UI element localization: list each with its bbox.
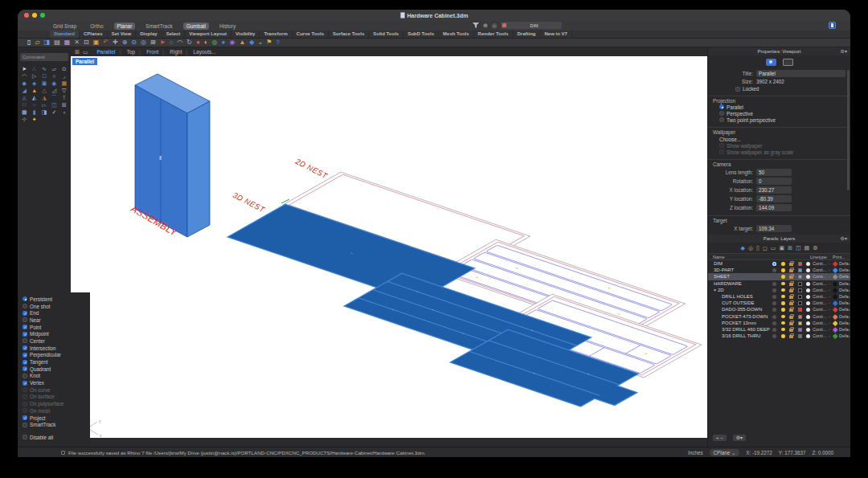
panel-tab-icon[interactable]: ◫ [796,245,801,251]
notification-icon[interactable] [61,451,65,455]
osnap-option[interactable]: Persistent [23,296,90,303]
panel-tab-icon[interactable]: ◆ [741,245,745,251]
osnap-checkbox[interactable] [23,304,27,308]
osnap-option[interactable]: Vertex [23,379,90,386]
osnap-checkbox[interactable] [23,381,27,386]
layer-material-icon[interactable] [806,301,810,305]
layer-material-icon[interactable] [806,328,810,332]
tool-palette-icon[interactable]: ⌒ [51,95,57,100]
current-layer-radio[interactable] [772,282,776,286]
layer-visibility-icon[interactable] [781,328,785,332]
layer-linetype[interactable]: Conti... [813,307,826,312]
tool-palette-icon[interactable]: ▣ [42,80,47,86]
osnap-checkbox[interactable] [23,353,27,357]
checkbox-icon[interactable] [719,143,724,148]
checkbox-icon[interactable] [719,149,724,154]
linetype-stepper-icon[interactable]: ⌄ [828,321,831,325]
radio-icon[interactable] [719,117,724,122]
layer-visibility-icon[interactable] [781,262,785,266]
toolbar-icon[interactable]: ▲ [239,39,245,46]
printwidth-stepper-icon[interactable]: ⌄ [848,314,850,318]
mode-toggle[interactable]: Ortho [87,22,106,30]
viewport-tab[interactable]: Front [141,49,164,55]
toolbar-icon[interactable]: ⊙ [131,39,137,46]
osnap-checkbox[interactable] [23,366,27,371]
layer-row[interactable]: DRILL HOLES Conti... ⌄ Defa... ⌄ [708,293,850,300]
tool-palette-icon[interactable]: ◮ [42,95,46,100]
tool-palette-icon[interactable]: ∷ [23,102,26,108]
tool-palette-icon[interactable]: ⊹ [22,116,27,122]
layer-row[interactable]: 3D-PART Conti... ⌄ Defa... ⌄ [708,267,850,273]
layer-lock-icon[interactable] [789,289,793,292]
viewport-properties-icon[interactable] [766,59,776,66]
tool-palette-icon[interactable]: ▽ [62,88,66,93]
layer-material-icon[interactable] [806,315,810,319]
tool-palette-icon[interactable]: ◭ [32,95,36,100]
layer-material-icon[interactable] [806,295,810,299]
current-layer-radio[interactable] [772,334,776,338]
linetype-stepper-icon[interactable]: ⌄ [828,294,831,298]
osnap-option[interactable]: On curve [23,386,90,394]
layer-visibility-icon[interactable] [781,334,785,338]
osnap-checkbox[interactable] [23,387,27,392]
command-input[interactable] [20,53,68,61]
viewport-title-input[interactable] [756,70,845,77]
tool-palette-icon[interactable]: ▷ [32,73,36,79]
wallpaper-choose-button[interactable]: Choose... [719,137,850,142]
toolbar-icon[interactable]: ◌ [169,39,173,46]
viewport-tab[interactable]: Parallel [92,49,121,55]
ribbon-tab[interactable]: Surface Tools [329,31,369,38]
ribbon-tab[interactable]: Viewport Layout [185,31,231,38]
camera-value-input[interactable] [756,195,792,202]
tool-palette-icon[interactable]: ⁘ [32,102,37,108]
osnap-checkbox[interactable] [23,423,27,427]
tool-palette-icon[interactable]: ◈ [32,80,36,86]
properties-gear-icon[interactable]: ⚙▾ [841,47,847,55]
current-layer-radio[interactable] [772,321,776,325]
layer-material-icon[interactable] [806,321,810,325]
projection-radio[interactable]: Two point perspective [719,116,850,123]
disable-all-checkbox[interactable] [23,435,27,439]
layer-lock-icon[interactable] [789,322,793,325]
layer-row[interactable]: SHEET Conti... ⌄ Defa... ⌄ [708,273,850,280]
tool-palette-icon[interactable]: ➤ [22,66,27,71]
radio-icon[interactable] [719,104,724,109]
toolbar-icon[interactable]: ↻ [186,39,192,46]
osnap-option[interactable]: On polysurface [23,400,90,407]
layer-material-icon[interactable] [806,334,810,338]
linetype-stepper-icon[interactable]: ⌄ [828,300,831,304]
toolbar-icon[interactable]: ▱ [35,39,39,46]
tool-palette-icon[interactable]: ◢ [23,88,27,93]
toolbar-icon[interactable]: ▣ [93,39,100,46]
current-layer-pill[interactable]: DIM [501,22,562,29]
units-label[interactable]: Inches [688,450,703,456]
osnap-option[interactable]: Project [23,415,90,422]
printwidth-stepper-icon[interactable]: ⌄ [848,327,850,331]
linetype-stepper-icon[interactable]: ⌄ [828,288,831,292]
tool-palette-icon[interactable]: T [63,95,66,100]
tool-palette-icon[interactable]: □ [43,73,46,79]
layer-color-swatch[interactable] [798,315,802,319]
layer-print-color[interactable] [833,327,837,332]
current-layer-radio[interactable] [772,301,776,305]
printwidth-stepper-icon[interactable]: ⌄ [848,268,850,272]
toolbar-icon[interactable]: ◎ [141,39,146,46]
layer-name[interactable]: CUT OUTSIDE [721,300,755,305]
layer-row[interactable]: ▼2D Conti... ⌄ Defa... ⌄ [708,287,850,293]
linetype-stepper-icon[interactable]: ⌄ [828,268,831,272]
linetype-stepper-icon[interactable]: ⌄ [828,327,831,331]
toolbar-icon[interactable]: ● [222,39,226,46]
layer-color-swatch[interactable] [798,262,802,266]
layer-name[interactable]: DIM [713,261,723,266]
printwidth-stepper-icon[interactable]: ⌄ [848,281,850,285]
osnap-option[interactable]: On surface [23,394,90,401]
viewport-grid-icon[interactable]: ⊞ [75,49,80,55]
panel-tab-icon[interactable]: ▣ [779,245,784,251]
tool-palette-icon[interactable]: ✦ [32,116,37,122]
toolbar-icon[interactable]: ◨ [44,39,51,46]
current-layer-radio[interactable] [772,308,776,312]
linetype-stepper-icon[interactable]: ⌄ [828,281,831,285]
layer-row[interactable]: DADO-355-DOWN Conti... ⌄ Defa... ⌄ [708,306,850,313]
layer-name[interactable]: SHEET [713,274,730,279]
ribbon-tab[interactable]: Select [162,31,186,38]
